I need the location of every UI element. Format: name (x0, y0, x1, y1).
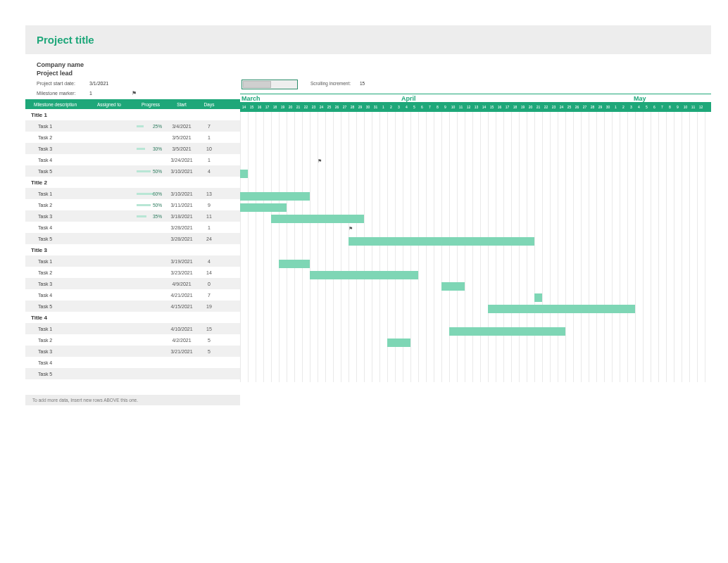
scroll-thumb[interactable] (243, 81, 271, 88)
day-header-cell: 19 (519, 105, 527, 110)
gantt-bar[interactable] (279, 260, 310, 268)
task-row[interactable]: Task 550%3/10/20214 (25, 165, 240, 177)
gantt-bar[interactable] (240, 170, 248, 178)
task-row[interactable]: Task 44/21/20217 (25, 289, 240, 301)
gantt-bar[interactable] (441, 282, 465, 291)
task-name: Task 4 (38, 225, 97, 230)
month-april: April (400, 95, 632, 102)
task-start: 4/21/2021 (165, 293, 199, 298)
task-row[interactable]: Task 43/28/20211 (25, 222, 240, 233)
task-days: 0 (199, 282, 220, 286)
start-date-label: Project start date: (37, 81, 89, 86)
day-header-cell: 2 (387, 105, 395, 110)
day-header-cell: 11 (689, 105, 697, 110)
task-row[interactable]: Task 23/5/20211 (25, 132, 240, 143)
task-days: 14 (199, 270, 220, 275)
gantt-bar[interactable] (271, 215, 364, 223)
day-header-cell: 24 (558, 105, 565, 110)
task-days: 19 (199, 304, 220, 309)
day-header-cell: 1 (612, 105, 620, 110)
day-header-cell: 25 (325, 105, 333, 110)
day-header-cell: 21 (294, 105, 302, 110)
gantt-bar[interactable] (449, 327, 565, 336)
scroll-label: Scrolling increment: (310, 81, 351, 86)
month-march: March (240, 95, 400, 102)
gantt-row (240, 270, 711, 281)
gantt-bar[interactable] (240, 203, 287, 212)
gantt-bar[interactable] (240, 192, 310, 201)
task-row[interactable]: Task 160%3/10/202113 (25, 188, 240, 199)
gantt-row (240, 123, 711, 134)
hdr-days: Days (199, 102, 220, 107)
day-header-cell: 19 (279, 105, 287, 110)
day-header-cell: 13 (472, 105, 480, 110)
task-table-header: Milestone description Assigned to Progre… (25, 99, 240, 109)
day-header-cell: 22 (302, 105, 310, 110)
task-days: 13 (199, 191, 220, 196)
task-days: 5 (199, 349, 220, 354)
task-start: 3/11/2021 (165, 203, 199, 208)
day-header-cell: 22 (542, 105, 550, 110)
day-header-cell: 20 (527, 105, 534, 110)
day-header-cell: 5 (410, 105, 418, 110)
task-days: 1 (199, 158, 220, 163)
day-header-cell: 12 (465, 105, 472, 110)
milestone-value[interactable]: 1 (89, 91, 132, 96)
day-header-cell: 9 (441, 105, 449, 110)
scroll-value[interactable]: 15 (360, 81, 365, 86)
section-title: Title 3 (25, 244, 240, 255)
task-row[interactable]: Task 14/10/202115 (25, 323, 240, 334)
gantt-row (240, 348, 711, 360)
day-header-cell: 25 (565, 105, 573, 110)
task-row[interactable]: Task 335%3/18/202111 (25, 210, 240, 222)
task-row[interactable]: Task 330%3/5/202110 (25, 143, 240, 154)
gantt-bar[interactable] (387, 339, 410, 347)
milestone-flag-icon: ⚑ (318, 158, 322, 164)
task-row[interactable]: Task 13/19/20214 (25, 255, 240, 267)
gantt-row (240, 281, 711, 292)
task-progress: 35% (137, 214, 165, 219)
gantt-bar[interactable] (349, 237, 534, 246)
gantt-area: Scrolling increment: 15 March April May … (240, 99, 711, 405)
day-header-cell: 30 (364, 105, 372, 110)
task-row[interactable]: Task 34/9/20210 (25, 278, 240, 289)
task-row[interactable]: Task 54/15/202119 (25, 301, 240, 312)
hdr-progress: Progress (137, 102, 165, 107)
gantt-row (240, 337, 711, 348)
task-row[interactable]: Task 33/21/20215 (25, 346, 240, 357)
gantt-bar[interactable] (310, 271, 418, 279)
task-name: Task 2 (38, 135, 97, 140)
company-name: Company name (37, 61, 711, 68)
day-header-cell: 6 (651, 105, 658, 110)
day-header-cell: 1 (379, 105, 387, 110)
gantt-bar[interactable] (534, 293, 542, 302)
day-header-cell: 8 (666, 105, 674, 110)
project-title: Project title (37, 34, 700, 46)
milestone-flag-icon: ⚑ (349, 226, 353, 232)
section-title: Title 4 (25, 312, 240, 323)
gantt-row (240, 213, 711, 224)
task-row[interactable]: Task 43/24/20211 (25, 154, 240, 165)
task-row[interactable]: Task 4 (25, 357, 240, 368)
start-date-value[interactable]: 3/1/2021 (89, 81, 132, 86)
task-row[interactable]: Task 24/2/20215 (25, 334, 240, 346)
title-band: Project title (25, 25, 711, 54)
task-row[interactable]: Task 125%3/4/20217 (25, 120, 240, 132)
day-header-cell: 18 (271, 105, 279, 110)
task-row[interactable]: Task 53/28/202124 (25, 233, 240, 244)
task-name: Task 3 (38, 146, 97, 151)
day-header-cell: 18 (511, 105, 519, 110)
day-header-cell: 20 (287, 105, 294, 110)
day-header-cell: 10 (682, 105, 689, 110)
scroll-slider[interactable] (241, 80, 298, 89)
task-start: 4/15/2021 (165, 304, 199, 309)
task-row[interactable]: Task 23/23/202114 (25, 267, 240, 278)
task-days: 4 (199, 169, 220, 174)
task-name: Task 3 (38, 214, 97, 219)
gantt-bar[interactable] (488, 305, 635, 313)
day-header-cell: 17 (503, 105, 511, 110)
task-row[interactable]: Task 5 (25, 368, 240, 379)
gantt-row (240, 168, 711, 179)
task-name: Task 2 (38, 270, 97, 275)
task-row[interactable]: Task 250%3/11/20219 (25, 199, 240, 210)
